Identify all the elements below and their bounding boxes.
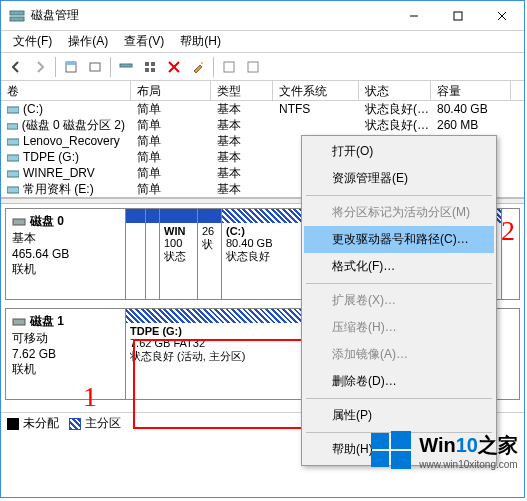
legend-swatch-unallocated xyxy=(7,418,19,430)
watermark-url: www.win10xitong.com xyxy=(419,459,518,470)
svg-rect-10 xyxy=(145,62,149,66)
ctx-delete[interactable]: 删除卷(D)… xyxy=(304,368,494,395)
toolbar-icon[interactable] xyxy=(242,56,264,78)
titlebar: 磁盘管理 xyxy=(1,1,524,31)
partition[interactable]: WIN100状态 xyxy=(160,209,198,299)
back-button[interactable] xyxy=(5,56,27,78)
context-menu: 打开(O) 资源管理器(E) 将分区标记为活动分区(M) 更改驱动器号和路径(C… xyxy=(301,135,497,466)
window-title: 磁盘管理 xyxy=(31,7,392,24)
svg-rect-25 xyxy=(13,219,25,225)
col-type[interactable]: 类型 xyxy=(211,81,273,100)
partition[interactable] xyxy=(126,209,146,299)
minimize-button[interactable] xyxy=(392,2,436,30)
maximize-button[interactable] xyxy=(436,2,480,30)
ctx-shrink: 压缩卷(H)… xyxy=(304,314,494,341)
svg-rect-7 xyxy=(66,62,76,65)
col-layout[interactable]: 布局 xyxy=(131,81,211,100)
toolbar-icon[interactable] xyxy=(139,56,161,78)
svg-rect-3 xyxy=(454,12,462,20)
windows-logo-icon xyxy=(369,429,413,473)
svg-rect-1 xyxy=(10,17,24,21)
legend-unallocated: 未分配 xyxy=(23,416,59,430)
svg-point-16 xyxy=(201,62,203,64)
svg-rect-18 xyxy=(248,62,258,72)
legend-primary: 主分区 xyxy=(85,416,121,430)
properties-icon[interactable] xyxy=(187,56,209,78)
svg-rect-27 xyxy=(371,433,389,449)
app-icon xyxy=(9,8,25,24)
menu-help[interactable]: 帮助(H) xyxy=(174,31,227,52)
svg-rect-11 xyxy=(151,62,155,66)
watermark: Win10之家 www.win10xitong.com xyxy=(369,429,518,473)
ctx-extend: 扩展卷(X)… xyxy=(304,287,494,314)
toolbar-icon[interactable] xyxy=(84,56,106,78)
col-fs[interactable]: 文件系统 xyxy=(273,81,359,100)
forward-button[interactable] xyxy=(29,56,51,78)
svg-rect-20 xyxy=(7,124,18,129)
ctx-mirror: 添加镜像(A)… xyxy=(304,341,494,368)
toolbar-icon[interactable] xyxy=(60,56,82,78)
svg-rect-13 xyxy=(151,68,155,72)
svg-rect-28 xyxy=(391,431,411,449)
toolbar-icon[interactable] xyxy=(115,56,137,78)
menu-action[interactable]: 操作(A) xyxy=(62,31,114,52)
svg-rect-23 xyxy=(7,171,19,177)
ctx-open[interactable]: 打开(O) xyxy=(304,138,494,165)
table-row[interactable]: (磁盘 0 磁盘分区 2)简单基本状态良好(…260 MB xyxy=(1,117,524,133)
annotation-2: 2 xyxy=(501,215,515,247)
partition[interactable]: 26状 xyxy=(198,209,222,299)
col-status[interactable]: 状态 xyxy=(359,81,431,100)
menu-view[interactable]: 查看(V) xyxy=(118,31,170,52)
ctx-mark-active: 将分区标记为活动分区(M) xyxy=(304,199,494,226)
menubar: 文件(F) 操作(A) 查看(V) 帮助(H) xyxy=(1,31,524,53)
svg-rect-19 xyxy=(7,107,19,113)
svg-rect-24 xyxy=(7,187,19,193)
svg-rect-0 xyxy=(10,11,24,15)
svg-rect-26 xyxy=(13,319,25,325)
annotation-1: 1 xyxy=(83,381,97,413)
menu-file[interactable]: 文件(F) xyxy=(7,31,58,52)
svg-rect-12 xyxy=(145,68,149,72)
svg-rect-8 xyxy=(90,63,100,71)
ctx-change-letter[interactable]: 更改驱动器号和路径(C)… xyxy=(304,226,494,253)
svg-rect-17 xyxy=(224,62,234,72)
svg-rect-29 xyxy=(371,451,389,467)
legend-swatch-primary xyxy=(69,418,81,430)
svg-rect-9 xyxy=(120,64,132,67)
table-row[interactable]: (C:)简单基本NTFS状态良好(…80.40 GB xyxy=(1,101,524,117)
svg-rect-30 xyxy=(391,451,411,469)
col-volume[interactable]: 卷 xyxy=(1,81,131,100)
toolbar xyxy=(1,53,524,81)
svg-rect-21 xyxy=(7,139,19,145)
ctx-explorer[interactable]: 资源管理器(E) xyxy=(304,165,494,192)
ctx-format[interactable]: 格式化(F)… xyxy=(304,253,494,280)
partition[interactable] xyxy=(146,209,160,299)
ctx-properties[interactable]: 属性(P) xyxy=(304,402,494,429)
close-button[interactable] xyxy=(480,2,524,30)
toolbar-icon[interactable] xyxy=(218,56,240,78)
delete-icon[interactable] xyxy=(163,56,185,78)
col-capacity[interactable]: 容量 xyxy=(431,81,511,100)
svg-rect-22 xyxy=(7,155,19,161)
